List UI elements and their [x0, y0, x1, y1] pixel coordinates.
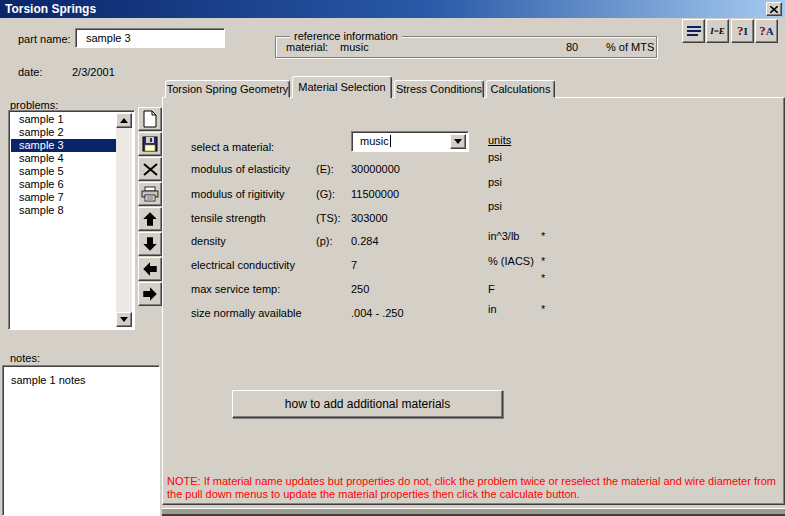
property-unit: psi [488, 200, 502, 212]
select-material-label: select a material: [191, 141, 274, 153]
property-footnote-star: * [541, 303, 545, 315]
list-item[interactable]: sample 2 [11, 126, 116, 139]
title-bar[interactable]: Torsion Springs [0, 0, 785, 18]
print-icon [141, 186, 159, 202]
property-footnote-star: * [541, 255, 545, 267]
property-label: modulus of rigitivity [191, 188, 285, 200]
text-caret [390, 135, 391, 147]
property-label: modulus of elasticity [191, 163, 290, 175]
scroll-down-button[interactable] [116, 312, 132, 327]
property-symbol: (E): [316, 163, 334, 175]
property-unit: % (IACS) [488, 255, 534, 267]
property-unit: in^3/lb [488, 230, 519, 242]
property-value: 7 [351, 259, 357, 271]
property-value: 11500000 [351, 188, 399, 200]
property-symbol: (TS): [316, 212, 340, 224]
save-icon [142, 136, 158, 152]
property-row: density (p): 0.284 in^3/lb * [191, 235, 761, 251]
tab-torsion-spring-geometry[interactable]: Torsion Spring Geometry [165, 80, 290, 98]
combobox-dropdown-button[interactable] [450, 134, 466, 149]
material-selection-panel: select a material: music units modulus o… [162, 97, 785, 505]
property-symbol: (G): [316, 188, 335, 200]
justify-lines-icon [687, 25, 701, 37]
list-item-selected[interactable]: sample 3 [11, 139, 116, 152]
material-combobox-value: music [360, 135, 389, 147]
property-row: tensile strength (TS): 303000 psi [191, 212, 761, 228]
tab-material-selection[interactable]: Material Selection [292, 76, 392, 98]
part-name-value: sample 3 [86, 32, 131, 44]
move-right-button[interactable] [138, 282, 162, 306]
print-button[interactable] [138, 182, 162, 206]
new-document-icon [142, 110, 158, 128]
property-unit: F [488, 283, 495, 295]
property-row: size normally available .004 - .250 in * [191, 307, 761, 323]
down-triangle-icon [120, 317, 128, 322]
menu-lines-button[interactable] [682, 19, 705, 43]
up-arrow-icon [141, 210, 159, 228]
notes-value: sample 1 notes [11, 374, 86, 386]
reference-information-group: reference information material: music 80… [275, 36, 657, 58]
problems-listbox[interactable]: sample 1 sample 2 sample 3 sample 4 samp… [8, 110, 135, 330]
scroll-up-button[interactable] [116, 113, 132, 128]
list-item[interactable]: sample 8 [11, 204, 116, 217]
part-name-label: part name: [18, 33, 71, 45]
torsion-springs-window: { "window": { "title": "Torsion Springs"… [0, 0, 785, 516]
part-name-input[interactable]: sample 3 [75, 28, 225, 48]
tab-stress-conditions[interactable]: Stress Conditions [394, 80, 484, 98]
property-unit: psi [488, 176, 502, 188]
property-label: size normally available [191, 307, 302, 319]
property-value: .004 - .250 [351, 307, 404, 319]
list-item[interactable]: sample 1 [11, 113, 116, 126]
list-item[interactable]: sample 7 [11, 191, 116, 204]
property-row: modulus of rigitivity (G): 11500000 psi [191, 188, 761, 204]
formula-icon: I=E [710, 26, 725, 36]
property-unit: psi [488, 151, 502, 163]
help-info-button[interactable]: ?I [731, 19, 754, 43]
help-info-icon: ?I [737, 23, 748, 39]
tab-calculations[interactable]: Calculations [486, 80, 555, 98]
right-arrow-icon [141, 285, 159, 303]
property-footnote-star: * [541, 230, 545, 242]
new-problem-button[interactable] [138, 107, 162, 131]
notes-label: notes: [10, 352, 40, 364]
list-item[interactable]: sample 6 [11, 178, 116, 191]
property-value: 30000000 [351, 163, 400, 175]
chevron-down-icon [454, 139, 462, 144]
reference-material-value: music [340, 41, 369, 53]
window-title: Torsion Springs [5, 2, 96, 16]
list-item[interactable]: sample 5 [11, 165, 116, 178]
problems-list: sample 1 sample 2 sample 3 sample 4 samp… [11, 113, 116, 327]
date-label: date: [18, 66, 42, 78]
save-button[interactable] [138, 132, 162, 156]
property-label: max service temp: [191, 283, 280, 295]
property-symbol: (p): [316, 235, 333, 247]
move-down-button[interactable] [138, 232, 162, 256]
delete-x-icon [143, 163, 158, 176]
property-row: electrical conductivity 7 % (IACS) * [191, 259, 761, 275]
formula-button[interactable]: I=E [706, 19, 729, 43]
problems-scrollbar[interactable] [116, 113, 132, 327]
property-label: electrical conductivity [191, 259, 295, 271]
up-triangle-icon [120, 118, 128, 123]
how-to-add-materials-button[interactable]: how to add additional materials [232, 390, 503, 418]
property-row: max service temp: 250 F * [191, 283, 761, 299]
notes-textarea[interactable]: sample 1 notes [2, 365, 160, 516]
help-about-icon: ?A [759, 23, 773, 39]
property-value: 250 [351, 283, 369, 295]
reference-percent-value: 80 [566, 41, 578, 53]
list-item[interactable]: sample 4 [11, 152, 116, 165]
property-value: 0.284 [351, 235, 379, 247]
close-icon [770, 6, 778, 13]
move-left-button[interactable] [138, 257, 162, 281]
material-combobox[interactable]: music [351, 131, 469, 152]
date-value: 2/3/2001 [72, 66, 115, 78]
property-label: density [191, 235, 226, 247]
delete-button[interactable] [138, 157, 162, 181]
move-up-button[interactable] [138, 207, 162, 231]
property-footnote-star: * [541, 272, 545, 284]
material-update-note: NOTE: If material name updates but prope… [167, 475, 781, 501]
reference-percent-label: % of MTS [606, 41, 654, 53]
close-button[interactable] [766, 2, 782, 16]
help-about-button[interactable]: ?A [755, 19, 778, 43]
bottom-edge-strip [162, 508, 785, 516]
